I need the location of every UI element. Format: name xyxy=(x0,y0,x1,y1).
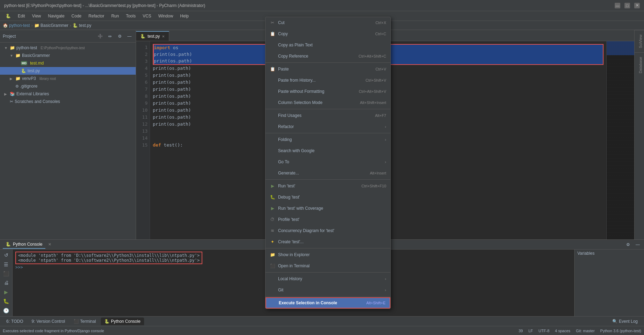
bottom-tab-version-control[interactable]: 9: Version Control xyxy=(28,318,68,325)
ctx-paste[interactable]: 📋 Paste Ctrl+V xyxy=(265,64,390,75)
console-tab-python[interactable]: 🐍 Python Console xyxy=(3,240,45,249)
breadcrumb-file[interactable]: 🐍 test.py xyxy=(73,23,91,28)
sidebar-collapse-button[interactable]: ⇔ xyxy=(106,33,113,40)
bottom-tab-todo[interactable]: 6: TODO xyxy=(3,318,27,325)
close-button[interactable]: ✕ xyxy=(634,3,640,8)
tree-item-basicgrammer[interactable]: ▼ 📁 BasicGrammer xyxy=(0,52,136,59)
right-tab-sciview[interactable]: SciView xyxy=(635,30,644,52)
tree-label-test-py: test.py xyxy=(28,68,40,73)
todo-tab-num: 6: xyxy=(6,319,10,324)
ctx-create-test[interactable]: ✦ Create 'test'... xyxy=(265,236,390,247)
menu-code[interactable]: Code xyxy=(69,12,84,20)
status-python-version[interactable]: Python 3.6 (python-test) xyxy=(600,329,641,333)
ctx-copy-label: Copy xyxy=(278,31,373,36)
menu-vcs[interactable]: VCS xyxy=(140,12,154,20)
console-settings-button[interactable]: ⚙ xyxy=(624,241,631,248)
console-list-button[interactable]: ☰ xyxy=(2,261,10,268)
tab-label-test-py: test.py xyxy=(148,34,160,39)
sidebar-add-button[interactable]: ➕ xyxy=(97,33,104,40)
ctx-column-selection[interactable]: Column Selection Mode Alt+Shift+Insert xyxy=(265,97,390,108)
console-tab-close[interactable]: ✕ xyxy=(48,242,51,247)
menu-run[interactable]: Run xyxy=(108,12,122,20)
vc-tab-label: Version Control xyxy=(36,319,65,324)
console-rerun-button[interactable]: ↺ xyxy=(2,252,10,259)
tab-close-test-py[interactable]: ✕ xyxy=(162,35,165,38)
ctx-generate[interactable]: Generate... Alt+Insert xyxy=(265,168,390,179)
ctx-concurrency[interactable]: ≋ Concurrency Diagram for 'test' xyxy=(265,225,390,236)
maximize-button[interactable]: □ xyxy=(624,3,630,8)
menu-view[interactable]: View xyxy=(29,12,44,20)
ctx-copy[interactable]: 📋 Copy Ctrl+C xyxy=(265,28,390,39)
tree-item-venvp3[interactable]: ▶ 📁 venvP3 library root xyxy=(0,75,136,82)
ctx-folding-label: Folding xyxy=(278,137,382,142)
menu-refactor[interactable]: Refactor xyxy=(86,12,107,20)
tab-icon-py: 🐍 xyxy=(140,34,145,39)
tab-test-py[interactable]: 🐍 test.py ✕ xyxy=(136,31,169,41)
tree-item-gitignore[interactable]: ⚙ .gitignore xyxy=(0,82,136,90)
ctx-copy-plain[interactable]: Copy as Plain Text xyxy=(265,39,390,51)
console-debug-button[interactable]: 🐛 xyxy=(2,298,10,305)
tree-item-scratches[interactable]: ✂ Scratches and Consoles xyxy=(0,98,136,105)
status-git-branch[interactable]: Git: master xyxy=(576,329,595,333)
ctx-show-explorer[interactable]: 📁 Show in Explorer xyxy=(265,249,390,260)
ctx-search-google[interactable]: Search with Google xyxy=(265,145,390,156)
tree-item-python-test[interactable]: ▼ 📁 python-test E:\PythonProject\python-… xyxy=(0,44,136,52)
ctx-run-coverage[interactable]: ▶ Run 'test' with Coverage xyxy=(265,203,390,214)
breadcrumb-folder[interactable]: 📁 BasicGrammer xyxy=(34,23,68,28)
ctx-run-test[interactable]: ▶ Run 'test' Ctrl+Shift+F10 xyxy=(265,180,390,192)
ctx-paste-noformat[interactable]: Paste without Formatting Ctrl+Alt+Shift+… xyxy=(265,86,390,97)
sidebar-settings-button[interactable]: ⚙ xyxy=(116,33,123,40)
tree-tag-venvp3: library root xyxy=(39,77,56,81)
sidebar-header: Project ➕ ⇔ ⚙ — xyxy=(0,30,136,43)
ctx-open-terminal[interactable]: ⬛ Open in Terminal xyxy=(265,260,390,271)
ctx-debug-test[interactable]: 🐛 Debug 'test' xyxy=(265,192,390,203)
tree-item-test-md[interactable]: MD test.md xyxy=(0,59,136,67)
ctx-execute-selection[interactable]: Execute Selection in Console Alt+Shift+E xyxy=(265,297,390,308)
status-left: Executes selected code fragment in Pytho… xyxy=(3,329,513,333)
bottom-tab-python-console[interactable]: 🐍 Python Console xyxy=(101,318,144,325)
ctx-goto[interactable]: Go To › xyxy=(265,156,390,168)
menu-edit[interactable]: Edit xyxy=(15,12,28,20)
minimize-button[interactable]: — xyxy=(615,3,620,8)
terminal-tab-icon: ⬛ xyxy=(74,319,79,324)
tree-item-test-py[interactable]: 🐍 test.py xyxy=(0,67,136,75)
ctx-copy-ref[interactable]: Copy Reference Ctrl+Alt+Shift+C xyxy=(265,51,390,62)
menu-app-icon[interactable]: 🐍 xyxy=(3,12,14,20)
console-history-button[interactable]: 🕐 xyxy=(2,307,10,314)
ctx-cut[interactable]: ✂ Cut Ctrl+X xyxy=(265,17,390,28)
status-spaces: 4 spaces xyxy=(555,329,570,333)
ctx-find-usages[interactable]: Find Usages Alt+F7 xyxy=(265,110,390,121)
ctx-profile-test[interactable]: ⏱ Profile 'test' xyxy=(265,214,390,225)
menu-tools[interactable]: Tools xyxy=(123,12,138,20)
tree-item-external-libs[interactable]: ▶ 📚 External Libraries xyxy=(0,90,136,98)
bottom-tab-terminal[interactable]: ⬛ Terminal xyxy=(70,318,99,325)
console-run-button[interactable]: ▶ xyxy=(2,289,10,296)
bottom-tab-event-log[interactable]: 🔍 Event Log xyxy=(609,318,641,325)
ctx-folding[interactable]: Folding › xyxy=(265,134,390,145)
menu-help[interactable]: Help xyxy=(177,12,192,20)
ctx-sep-7 xyxy=(265,296,390,297)
tree-label-basicgrammer: BasicGrammer xyxy=(22,53,50,58)
ctx-local-history[interactable]: Local History › xyxy=(265,273,390,284)
right-sidebar: SciView Database xyxy=(634,30,644,239)
todo-tab-label: TODO xyxy=(11,319,23,324)
menu-navigate[interactable]: Navigate xyxy=(45,12,67,20)
menu-window[interactable]: Window xyxy=(156,12,176,20)
ctx-git[interactable]: Git › xyxy=(265,284,390,296)
console-stop-button[interactable]: ⬛ xyxy=(2,270,10,277)
ctx-find-usages-label: Find Usages xyxy=(278,113,372,118)
ctx-refactor[interactable]: Refactor › xyxy=(265,121,390,132)
cut-icon: ✂ xyxy=(270,20,275,25)
ctx-find-usages-shortcut: Alt+F7 xyxy=(375,113,386,118)
console-minimize-button[interactable]: — xyxy=(634,241,641,248)
right-tab-database[interactable]: Database xyxy=(635,52,644,77)
breadcrumb-project[interactable]: 🏠 python-test xyxy=(3,23,30,28)
status-encoding: UTF-8 xyxy=(539,329,549,333)
ctx-search-google-label: Search with Google xyxy=(278,148,386,153)
ctx-paste-history[interactable]: Paste from History... Ctrl+Shift+V xyxy=(265,75,390,86)
tree-arrow-venvp3: ▶ xyxy=(10,77,14,81)
run-coverage-icon: ▶ xyxy=(270,206,275,211)
console-print-button[interactable]: 🖨 xyxy=(2,279,10,286)
variables-label: Variables xyxy=(575,250,644,257)
sidebar-minimize-button[interactable]: — xyxy=(126,33,133,40)
